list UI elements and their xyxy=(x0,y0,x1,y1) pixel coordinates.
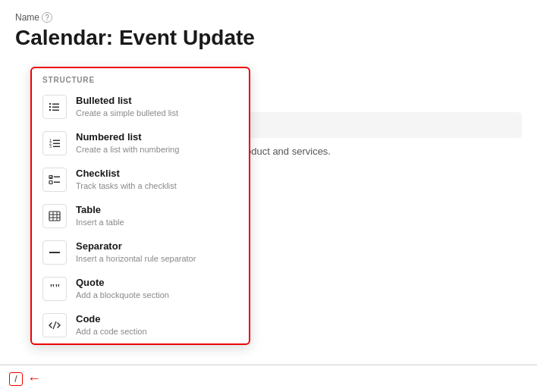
checklist-title: Checklist xyxy=(76,168,177,180)
table-text: Table Insert a table xyxy=(76,204,124,227)
svg-rect-14 xyxy=(49,181,52,184)
checklist-svg xyxy=(48,173,61,187)
quote-text: Quote Add a blockquote section xyxy=(76,277,169,300)
svg-rect-4 xyxy=(49,109,51,111)
svg-rect-1 xyxy=(52,104,59,105)
svg-rect-7 xyxy=(53,140,60,142)
numbered-list-title: Numbered list xyxy=(76,131,179,144)
page-title: Calendar: Event Update xyxy=(15,26,522,50)
svg-rect-5 xyxy=(52,110,59,111)
bulleted-list-title: Bulleted list xyxy=(76,95,178,108)
slash-box: / xyxy=(9,372,23,386)
name-field-label: Name ? xyxy=(15,12,522,23)
separator-svg xyxy=(48,246,61,259)
quote-desc: Add a blockquote section xyxy=(76,290,169,300)
separator-title: Separator xyxy=(76,240,196,253)
table-desc: Insert a table xyxy=(76,217,124,227)
bulleted-list-desc: Create a simple bulleted list xyxy=(76,108,178,118)
code-desc: Add a code section xyxy=(76,326,147,337)
slash-arrow: ← xyxy=(27,371,41,387)
separator-desc: Insert a horizontal rule separator xyxy=(76,253,196,264)
name-text: Name xyxy=(15,12,39,23)
numbered-list-svg: 1. 2. 3. xyxy=(48,136,61,150)
dropdown-item-separator[interactable]: Separator Insert a horizontal rule separ… xyxy=(32,234,249,271)
structure-dropdown: STRUCTURE Bulleted list Create a simple … xyxy=(30,67,250,345)
numbered-list-desc: Create a list with numbering xyxy=(76,144,179,155)
bulleted-list-icon xyxy=(42,95,67,119)
quote-icon: " " xyxy=(42,277,67,301)
help-icon[interactable]: ? xyxy=(42,12,52,23)
svg-rect-0 xyxy=(49,103,51,105)
dropdown-item-quote[interactable]: " " Quote Add a blockquote section xyxy=(32,271,249,307)
quote-title: Quote xyxy=(76,277,169,290)
svg-rect-3 xyxy=(52,107,59,108)
dropdown-item-checklist[interactable]: Checklist Track tasks with a checklist xyxy=(32,162,249,198)
svg-rect-16 xyxy=(49,212,60,221)
svg-text:": " xyxy=(55,283,61,294)
code-svg xyxy=(48,318,61,332)
svg-text:3.: 3. xyxy=(49,144,52,149)
slash-indicator: / ← xyxy=(9,371,41,387)
bulleted-list-text: Bulleted list Create a simple bulleted l… xyxy=(76,95,178,118)
bulleted-list-svg xyxy=(48,100,61,114)
dropdown-item-numbered-list[interactable]: 1. 2. 3. Numbered list Create a list wit… xyxy=(32,125,249,162)
table-icon xyxy=(42,204,67,228)
svg-rect-15 xyxy=(54,182,60,183)
section-label: STRUCTURE xyxy=(32,68,249,89)
numbered-list-text: Numbered list Create a list with numberi… xyxy=(76,131,179,155)
table-title: Table xyxy=(76,204,124,217)
code-text: Code Add a code section xyxy=(76,313,147,337)
code-title: Code xyxy=(76,313,147,326)
checklist-text: Checklist Track tasks with a checklist xyxy=(76,168,177,191)
svg-rect-13 xyxy=(54,177,60,178)
svg-rect-11 xyxy=(53,146,60,148)
dropdown-item-code[interactable]: Code Add a code section xyxy=(32,307,249,343)
dropdown-item-bulleted-list[interactable]: Bulleted list Create a simple bulleted l… xyxy=(32,89,249,125)
numbered-list-icon: 1. 2. 3. xyxy=(42,131,67,155)
separator-text: Separator Insert a horizontal rule separ… xyxy=(76,240,196,264)
page-container: Name ? Calendar: Event Update A nt updat… xyxy=(0,0,537,392)
separator-icon xyxy=(42,240,67,265)
bottom-bar: / ← xyxy=(0,365,537,392)
svg-rect-2 xyxy=(49,106,51,108)
table-svg xyxy=(48,209,61,223)
svg-line-24 xyxy=(53,321,56,329)
svg-rect-9 xyxy=(53,143,60,145)
quote-svg: " " xyxy=(48,282,61,296)
checklist-desc: Track tasks with a checklist xyxy=(76,180,177,191)
checklist-icon xyxy=(42,168,67,192)
dropdown-item-table[interactable]: Table Insert a table xyxy=(32,198,249,234)
code-icon xyxy=(42,313,67,337)
header-area: Name ? Calendar: Event Update xyxy=(0,0,537,50)
